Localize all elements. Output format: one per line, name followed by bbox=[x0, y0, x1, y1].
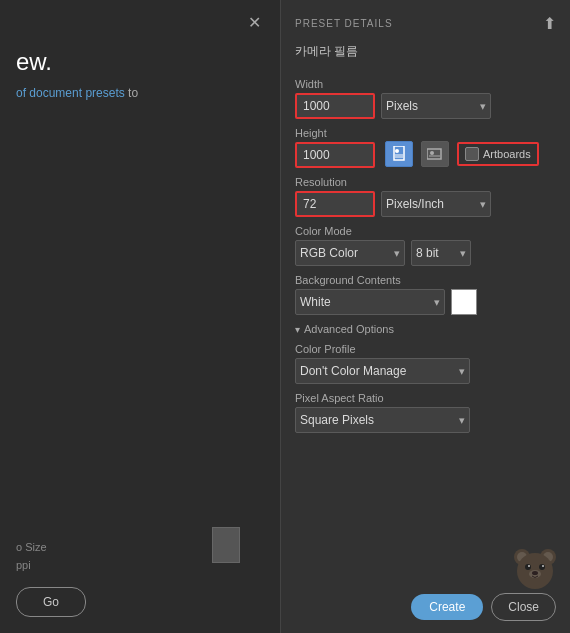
height-orient-row: Height bbox=[295, 127, 556, 168]
resolution-label: Resolution bbox=[295, 176, 556, 188]
bg-label: Background Contents bbox=[295, 274, 556, 286]
landscape-button[interactable] bbox=[421, 141, 449, 167]
color-mode-row: RGB Color CMYK Color Grayscale 8 bit 16 … bbox=[295, 240, 556, 266]
go-button[interactable]: Go bbox=[16, 587, 86, 617]
svg-point-12 bbox=[525, 564, 531, 570]
bg-row: White Black Background Color Transparent bbox=[295, 289, 556, 315]
height-col: Height bbox=[295, 127, 375, 168]
color-profile-label: Color Profile bbox=[295, 343, 556, 355]
units-select-wrapper: Pixels Inches Centimeters bbox=[381, 93, 491, 119]
svg-point-14 bbox=[528, 565, 530, 567]
pixel-ratio-select[interactable]: Square Pixels D1/DV NTSC (0.91) D1/DV PA… bbox=[295, 407, 470, 433]
left-title: ew. bbox=[16, 48, 264, 76]
svg-point-1 bbox=[395, 149, 399, 153]
bg-select[interactable]: White Black Background Color Transparent bbox=[295, 289, 445, 315]
units-select[interactable]: Pixels Inches Centimeters bbox=[381, 93, 491, 119]
color-mode-wrapper: RGB Color CMYK Color Grayscale bbox=[295, 240, 405, 266]
width-row: Pixels Inches Centimeters bbox=[295, 93, 556, 119]
height-label: Height bbox=[295, 127, 375, 139]
color-mode-section: Color Mode RGB Color CMYK Color Grayscal… bbox=[295, 225, 556, 266]
left-link: of document presets to bbox=[16, 86, 264, 100]
orientation-artboards-col: Artboards bbox=[385, 141, 539, 167]
pixel-ratio-wrapper: Square Pixels D1/DV NTSC (0.91) D1/DV PA… bbox=[295, 407, 470, 433]
artboards-checkbox[interactable] bbox=[465, 147, 479, 161]
thumbnail-preview bbox=[212, 527, 240, 563]
width-section: Width Pixels Inches Centimeters bbox=[295, 78, 556, 119]
svg-point-5 bbox=[430, 151, 434, 155]
create-button[interactable]: Create bbox=[411, 594, 483, 620]
color-profile-wrapper: Don't Color Manage sRGB IEC61966-2.1 Ado… bbox=[295, 358, 470, 384]
close-x-button[interactable]: ✕ bbox=[244, 12, 264, 32]
advanced-arrow-icon: ▾ bbox=[295, 324, 300, 335]
bit-depth-select[interactable]: 8 bit 16 bit 32 bit bbox=[411, 240, 471, 266]
bg-section: Background Contents White Black Backgrou… bbox=[295, 274, 556, 315]
pixel-ratio-label: Pixel Aspect Ratio bbox=[295, 392, 556, 404]
panel-header: PRESET DETAILS ⬆ bbox=[281, 0, 570, 39]
svg-rect-0 bbox=[394, 146, 404, 160]
svg-point-15 bbox=[542, 565, 544, 567]
right-panel: PRESET DETAILS ⬆ 카메라 필름 Width Pixels Inc… bbox=[280, 0, 570, 633]
panel-body: Width Pixels Inches Centimeters Height bbox=[281, 70, 570, 581]
size-label: o Size bbox=[16, 541, 47, 553]
artboards-label: Artboards bbox=[483, 148, 531, 160]
advanced-options-label: Advanced Options bbox=[304, 323, 394, 335]
bear-mascot bbox=[510, 543, 560, 593]
resolution-row: Pixels/Inch Pixels/Centimeter bbox=[295, 191, 556, 217]
artboards-box: Artboards bbox=[457, 142, 539, 166]
ppi-label: ppi bbox=[16, 559, 31, 571]
bg-color-swatch[interactable] bbox=[451, 289, 477, 315]
bit-depth-wrapper: 8 bit 16 bit 32 bit bbox=[411, 240, 471, 266]
svg-rect-4 bbox=[427, 149, 441, 159]
resolution-input[interactable] bbox=[295, 191, 375, 217]
panel-title: PRESET DETAILS bbox=[295, 18, 393, 29]
color-mode-select[interactable]: RGB Color CMYK Color Grayscale bbox=[295, 240, 405, 266]
bottom-area: Create Close bbox=[281, 581, 570, 633]
bg-select-wrapper: White Black Background Color Transparent bbox=[295, 289, 445, 315]
resolution-units-select[interactable]: Pixels/Inch Pixels/Centimeter bbox=[381, 191, 491, 217]
color-mode-label: Color Mode bbox=[295, 225, 556, 237]
advanced-options-toggle[interactable]: ▾ Advanced Options bbox=[295, 323, 556, 335]
height-orientation-section: Height bbox=[295, 127, 556, 168]
color-profile-section: Color Profile Don't Color Manage sRGB IE… bbox=[295, 343, 556, 384]
save-preset-icon[interactable]: ⬆ bbox=[543, 14, 556, 33]
close-button[interactable]: Close bbox=[491, 593, 556, 621]
svg-point-17 bbox=[532, 571, 538, 575]
color-profile-select[interactable]: Don't Color Manage sRGB IEC61966-2.1 Ado… bbox=[295, 358, 470, 384]
resolution-section: Resolution Pixels/Inch Pixels/Centimeter bbox=[295, 176, 556, 217]
resolution-units-wrapper: Pixels/Inch Pixels/Centimeter bbox=[381, 191, 491, 217]
pixel-ratio-section: Pixel Aspect Ratio Square Pixels D1/DV N… bbox=[295, 392, 556, 433]
width-input[interactable] bbox=[295, 93, 375, 119]
preset-name: 카메라 필름 bbox=[281, 39, 570, 70]
portrait-button[interactable] bbox=[385, 141, 413, 167]
left-panel: ✕ ew. of document presets to o Size ppi … bbox=[0, 0, 280, 633]
orientation-row: Artboards bbox=[385, 141, 539, 167]
width-label: Width bbox=[295, 78, 556, 90]
svg-point-13 bbox=[539, 564, 545, 570]
height-input[interactable] bbox=[295, 142, 375, 168]
